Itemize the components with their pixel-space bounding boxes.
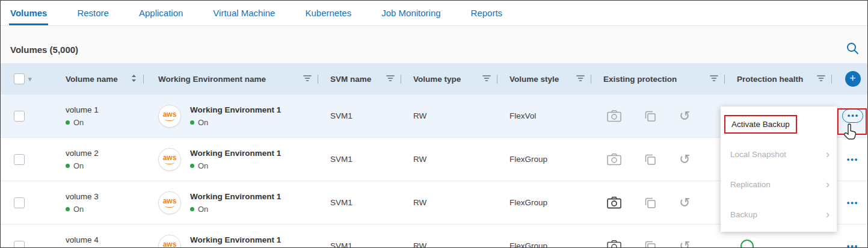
filter-icon[interactable] [482,75,491,84]
tab-virtual-machine[interactable]: Virtual Machine [212,1,276,25]
volume-status: On [66,118,99,127]
working-environment-name: Working Environment 1 [190,105,281,114]
filter-icon[interactable] [817,75,825,84]
working-environment-status: On [190,161,281,170]
clone-copy-icon [644,197,656,209]
select-all-checkbox[interactable] [14,73,25,84]
aws-smile-icon [165,161,174,164]
status-label: On [198,205,208,214]
snapshot-camera-icon [607,110,621,122]
svm-name: SVM1 [330,198,352,207]
menu-item-replication[interactable]: Replication › [721,169,837,199]
snapshot-camera-icon [607,240,621,248]
status-label: On [73,161,84,170]
filter-icon[interactable] [303,75,312,84]
select-all-caret-icon[interactable]: ▾ [28,75,32,83]
aws-icon: aws [158,191,181,214]
svm-name: SVM1 [330,155,352,164]
volume-style: FlexGroup [509,155,547,164]
volume-type: RW [413,155,426,164]
search-icon [846,42,859,57]
protection-health-icon [740,240,754,248]
column-header-protection-health[interactable]: Protection health [737,75,803,84]
row-checkbox[interactable] [14,241,25,248]
working-environment-status: On [190,118,281,127]
tab-job-monitoring[interactable]: Job Monitoring [380,1,442,25]
filter-icon[interactable] [710,75,718,84]
tab-restore[interactable]: Restore [76,1,110,25]
tab-reports[interactable]: Reports [470,1,504,25]
menu-item-label: Local Snapshot [730,150,786,159]
filter-icon[interactable] [576,75,585,84]
snapshot-camera-icon [607,196,621,209]
table-header: ▾ Volume name Working Environment name [1,63,867,95]
column-divider [724,75,725,84]
aws-icon: aws [158,235,181,248]
search-button[interactable] [846,42,859,57]
tab-application[interactable]: Application [138,1,184,25]
tab-volumes[interactable]: Volumes [9,1,48,25]
column-divider [401,75,401,84]
menu-item-label: Replication [730,180,771,189]
volume-type: RW [413,111,426,120]
aws-icon: aws [158,105,181,128]
column-divider [497,75,497,84]
volume-type: RW [413,198,426,207]
status-label: On [73,205,84,214]
column-header-volume-style[interactable]: Volume style [509,75,559,84]
volume-name: volume 1 [66,105,99,114]
menu-item-activate-backup[interactable]: Activate Backup [721,109,837,139]
restore-arrow-icon: ↺ [679,240,690,248]
volume-style: FlexVol [509,111,536,120]
working-environment-name: Working Environment 1 [190,149,281,158]
aws-smile-icon [165,205,174,208]
working-environment-name: Working Environment 1 [190,235,281,244]
column-divider [143,75,144,84]
menu-item-backup[interactable]: Backup › [721,199,837,229]
column-header-existing-protection[interactable]: Existing protection [603,75,677,84]
column-header-volume-name[interactable]: Volume name [66,75,118,84]
row-actions-button[interactable]: ••• [847,155,859,163]
status-label: On [73,118,84,127]
working-environment-status: On [190,205,281,214]
status-dot-icon [190,120,194,125]
working-environment-name: Working Environment 1 [190,192,281,201]
status-dot-icon [66,207,70,211]
menu-item-local-snapshot[interactable]: Local Snapshot › [721,139,837,169]
row-actions-button[interactable]: ••• [842,109,864,123]
volume-name: volume 3 [66,192,99,201]
clone-copy-icon [644,110,656,122]
volume-type: RW [413,241,426,248]
chevron-right-icon: › [826,179,830,190]
sort-icon[interactable] [131,74,137,84]
clone-copy-icon [644,240,656,248]
volume-status: On [66,205,99,214]
filter-icon[interactable] [386,75,395,84]
add-button[interactable]: + [845,71,861,87]
column-divider [318,75,318,84]
volume-style: FlexGroup [509,198,547,207]
row-actions-button[interactable]: ••• [847,242,859,248]
column-header-svm-name[interactable]: SVM name [330,75,371,84]
chevron-right-icon: › [826,149,830,160]
column-header-volume-type[interactable]: Volume type [413,75,461,84]
page-title: Volumes (5,000) [10,45,78,55]
row-checkbox[interactable] [14,154,25,165]
section-bar: Volumes (5,000) [1,26,867,63]
status-dot-icon [66,120,70,125]
tab-kubernetes[interactable]: Kubernetes [304,1,352,25]
menu-item-label: Backup [730,210,757,219]
top-tab-bar: Volumes Restore Application Virtual Mach… [1,1,867,26]
snapshot-camera-icon [607,153,621,166]
volume-status: On [66,161,99,170]
row-checkbox[interactable] [14,197,25,208]
svm-name: SVM1 [330,111,352,120]
row-actions-menu: Activate Backup Local Snapshot › Replica… [721,107,837,232]
row-actions-button[interactable]: ••• [847,199,859,206]
status-dot-icon [190,207,194,211]
row-checkbox[interactable] [14,111,25,122]
column-header-working-environment[interactable]: Working Environment name [158,75,266,84]
status-label: On [198,118,208,127]
status-dot-icon [66,164,70,168]
restore-arrow-icon: ↺ [679,153,690,166]
